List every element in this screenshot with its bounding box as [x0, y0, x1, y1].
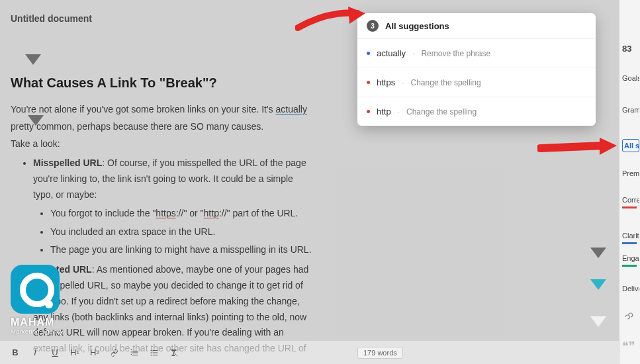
body-text: You're not alone if you've got some brok… [11, 104, 276, 114]
grammarly-label: Grammar [622, 106, 639, 114]
suggestion-word: https [377, 77, 395, 87]
list-item: Misspelled URL: Of course, if you misspe… [33, 156, 315, 258]
list-item: You included an extra space in the URL. [50, 224, 315, 240]
list-item-bold: Misspelled URL [33, 158, 102, 168]
flagged-word-actually[interactable]: actually [276, 104, 307, 114]
logo-text: MAHAM [11, 316, 64, 328]
arrow-annotation-icon [295, 4, 368, 33]
suggestion-separator: · [412, 49, 414, 58]
app-stage: Untitled document What Causes A Link To … [0, 0, 640, 364]
format-toolbar: B I U H1 H2 179 words [0, 340, 619, 364]
bold-button[interactable]: B [7, 345, 24, 361]
suggestion-dot-icon [367, 52, 370, 55]
clarity-bar-icon [622, 242, 637, 244]
italic-button[interactable]: I [26, 345, 44, 361]
suggestions-header: 3 All suggestions [357, 13, 596, 39]
suggestion-separator: · [402, 78, 404, 87]
link-button[interactable] [106, 345, 123, 361]
watermark-logo: MAHAM Marketing Agency [11, 265, 64, 335]
document-heading: What Causes A Link To "Break"? [11, 75, 217, 91]
premium-button[interactable]: Premium [622, 169, 639, 177]
quote-icon[interactable]: ❝❞ [622, 339, 639, 353]
correctness-bar-icon [622, 206, 637, 208]
correctness-button[interactable]: Correctness [622, 196, 639, 204]
suggestion-desc: Remove the phrase [421, 49, 490, 58]
all-suggestions-button[interactable]: All suggestions [622, 139, 639, 152]
suggestions-popover: 3 All suggestions actually · Remove the … [357, 13, 596, 126]
suggestion-separator: · [398, 107, 400, 116]
list-item: You forgot to include the "https://" or … [50, 206, 315, 222]
clear-format-button[interactable] [165, 345, 183, 361]
body-text: Take a look: [11, 136, 315, 152]
svg-point-0 [150, 349, 152, 351]
underline-button[interactable]: U [46, 345, 64, 361]
suggestions-count-badge: 3 [367, 20, 379, 32]
suggestion-dot-icon [367, 110, 370, 113]
suggestion-word: http [377, 107, 391, 116]
annotation-triangle-icon [25, 54, 41, 65]
delivery-button[interactable]: Delivery [622, 285, 639, 293]
word-count[interactable]: 179 words [357, 347, 403, 359]
logo-subtext: Marketing Agency [11, 328, 64, 335]
annotation-triangle-icon [28, 115, 44, 126]
annotation-triangle-icon [590, 248, 606, 258]
flagged-word-https[interactable]: https [156, 208, 175, 218]
engagement-bar-icon [622, 265, 637, 267]
logo-mark-icon [11, 265, 60, 314]
numbered-list-button[interactable] [126, 345, 143, 361]
suggestion-desc: Change the spelling [406, 107, 477, 116]
flagged-word-http[interactable]: http [204, 208, 219, 218]
goals-button[interactable]: Goals [622, 74, 639, 82]
svg-point-1 [150, 352, 152, 353]
suggestion-desc: Change the spelling [411, 78, 481, 87]
list-item: The page you are linking to might have a… [50, 242, 315, 258]
suggestion-dot-icon [367, 81, 370, 84]
suggestion-item[interactable]: http · Change the spelling [357, 97, 596, 126]
annotation-triangle-icon [590, 316, 606, 327]
plagiarism-icon[interactable] [622, 312, 639, 323]
list-item-text: You forgot to include the " [50, 208, 156, 218]
engagement-button[interactable]: Engagement [622, 254, 639, 262]
list-item-text: ://" or " [176, 208, 204, 218]
clarity-button[interactable]: Clarity [622, 232, 639, 240]
arrow-annotation-icon [537, 136, 618, 159]
suggestion-word: actually [377, 48, 406, 58]
list-item-text: ://" part of the URL. [219, 208, 298, 218]
heading1-button[interactable]: H1 [66, 345, 83, 361]
right-rail: 83 Goals Grammar All suggestions Premium… [619, 0, 640, 364]
annotation-triangle-icon [590, 279, 606, 290]
bullet-list-button[interactable] [146, 345, 163, 361]
body-text: pretty common, perhaps because there are… [11, 119, 315, 135]
svg-point-2 [150, 354, 152, 355]
suggestion-item[interactable]: actually · Remove the phrase [357, 39, 596, 68]
overall-score[interactable]: 83 [622, 44, 639, 54]
suggestion-item[interactable]: https · Change the spelling [357, 68, 596, 97]
suggestions-title: All suggestions [385, 21, 449, 31]
heading2-button[interactable]: H2 [86, 345, 103, 361]
